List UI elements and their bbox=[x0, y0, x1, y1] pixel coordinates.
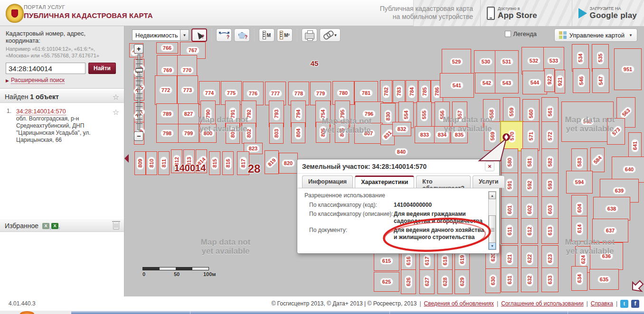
parcel-535[interactable]: 535 bbox=[592, 44, 609, 72]
parcel-784[interactable]: 784 bbox=[406, 80, 418, 103]
parcel-632[interactable]: 632 bbox=[521, 268, 538, 292]
parcel-799[interactable]: 799 bbox=[178, 124, 199, 143]
parcel-810[interactable]: 810 bbox=[146, 151, 157, 175]
parcel-833[interactable]: 833 bbox=[415, 126, 435, 143]
import-excel-icon[interactable]: X↑ bbox=[51, 223, 58, 229]
parcel-529[interactable]: 529 bbox=[442, 49, 471, 75]
twitter-icon[interactable]: t bbox=[620, 300, 628, 308]
parcel-772[interactable]: 772 bbox=[155, 75, 177, 105]
zoom-slider-track[interactable] bbox=[138, 55, 140, 130]
footer-link-2[interactable]: Соглашение об использовании bbox=[501, 300, 584, 307]
parcel-921[interactable]: 921 bbox=[555, 70, 565, 93]
parcel-835[interactable]: 835 bbox=[451, 126, 468, 143]
parcel-840[interactable]: 840 bbox=[394, 148, 408, 156]
parcel-543[interactable]: 543 bbox=[495, 73, 519, 93]
parcel-631[interactable]: 631 bbox=[501, 268, 518, 292]
parcel-612[interactable]: 612 bbox=[521, 218, 538, 244]
parcel-581[interactable]: 581 bbox=[521, 148, 538, 176]
parcel-798[interactable]: 798 bbox=[156, 124, 179, 143]
parcel-814[interactable]: 814 bbox=[196, 149, 207, 173]
search-input[interactable] bbox=[6, 63, 85, 74]
result-cadastral-link[interactable]: 34:28:140014:570 bbox=[16, 108, 66, 115]
parcel-571[interactable]: 571 bbox=[522, 121, 540, 151]
parcel-804[interactable]: 804 bbox=[291, 122, 305, 143]
popup-tab-характеристики[interactable]: Характеристики bbox=[355, 175, 414, 188]
parcel-951[interactable]: 951 bbox=[614, 48, 642, 90]
parcel-615[interactable]: 615 bbox=[374, 251, 399, 271]
parcel-544[interactable]: 544 bbox=[522, 71, 547, 94]
parcel-805[interactable]: 805 bbox=[316, 122, 330, 143]
parcel-572[interactable]: 572 bbox=[541, 121, 559, 151]
parcel-809[interactable]: 809 bbox=[134, 151, 146, 175]
map-canvas[interactable]: 7667677697707727737747757767777787797807… bbox=[124, 26, 644, 296]
parcel-627[interactable]: 627 bbox=[419, 269, 435, 294]
sidebar-collapse-handle[interactable] bbox=[124, 154, 129, 163]
zoom-in-button[interactable]: + bbox=[134, 44, 143, 54]
identify-line-button[interactable]: ? bbox=[216, 28, 232, 42]
parcel-817[interactable]: 817 bbox=[237, 151, 249, 175]
parcel-555[interactable]: 555 bbox=[417, 102, 432, 128]
parcel-630[interactable]: 630 bbox=[485, 268, 501, 293]
parcel-573[interactable]: 573 bbox=[607, 118, 625, 145]
parcel-783[interactable]: 783 bbox=[393, 80, 405, 103]
parcel-638[interactable]: 638 bbox=[593, 197, 630, 221]
parcel-562[interactable]: 562 bbox=[561, 102, 614, 142]
parcel-594[interactable]: 594 bbox=[566, 171, 593, 194]
trash-icon[interactable] bbox=[113, 222, 119, 230]
scroll-track[interactable] bbox=[489, 199, 496, 242]
legend-checkbox[interactable] bbox=[505, 31, 511, 37]
parcel-635[interactable]: 635 bbox=[589, 269, 619, 290]
parcel-613[interactable]: 613 bbox=[541, 218, 559, 244]
parcel-592[interactable]: 592 bbox=[521, 173, 538, 197]
favorite-star-icon[interactable]: ☆ bbox=[113, 108, 119, 144]
parcel-582[interactable]: 582 bbox=[541, 148, 559, 176]
parcel-813[interactable]: 813 bbox=[183, 149, 195, 173]
facebook-icon[interactable]: f bbox=[631, 300, 639, 308]
map-manage-button[interactable]: Управление картой ▼ bbox=[554, 28, 637, 42]
parcel-625[interactable]: 625 bbox=[374, 272, 399, 292]
parcel-819[interactable]: 819 bbox=[265, 150, 279, 174]
parcel-812[interactable]: 812 bbox=[171, 149, 182, 173]
parcel-782[interactable]: 782 bbox=[380, 80, 392, 103]
parcel-785[interactable]: 785 bbox=[418, 80, 431, 103]
scroll-up-icon[interactable]: ▲ bbox=[489, 192, 496, 199]
advanced-search-link[interactable]: Расширенный поиск bbox=[11, 77, 65, 84]
parcel-816[interactable]: 816 bbox=[222, 151, 234, 175]
measure-area-button[interactable]: М² bbox=[277, 28, 293, 42]
parcel-803[interactable]: 803 bbox=[269, 123, 284, 144]
parcel-531[interactable]: 531 bbox=[495, 50, 519, 73]
parcel-633[interactable]: 633 bbox=[541, 268, 559, 292]
parcel-806[interactable]: 806 bbox=[335, 122, 349, 143]
zoom-slider-thumb[interactable] bbox=[135, 68, 143, 72]
parcel-580[interactable]: 580 bbox=[501, 148, 518, 176]
appstore-badge[interactable]: Доступно в App Store bbox=[487, 4, 537, 23]
close-icon[interactable]: × bbox=[485, 162, 494, 171]
scroll-down-icon[interactable]: ▼ bbox=[489, 242, 496, 249]
print-button[interactable] bbox=[302, 28, 317, 42]
parcel-800[interactable]: 800 bbox=[199, 124, 217, 143]
parcel-611[interactable]: 611 bbox=[501, 218, 518, 244]
footer-link-1[interactable]: Сведения об обновлениях bbox=[424, 300, 494, 307]
export-excel-icon[interactable]: X↓ bbox=[42, 223, 49, 229]
scroll-thumb[interactable] bbox=[489, 215, 496, 243]
footer-link-3[interactable]: Справка bbox=[591, 300, 613, 307]
identify-tool-button[interactable]: ? bbox=[191, 28, 207, 42]
popup-tab-кто-обслуживает-[interactable]: Кто обслуживает? bbox=[416, 175, 471, 188]
identify-polygon-button[interactable]: ? bbox=[234, 28, 250, 42]
share-link-button[interactable]: ▼ bbox=[320, 28, 341, 42]
googleplay-badge[interactable]: ЗАГРУЗИТЕ НА Google play bbox=[578, 4, 637, 23]
popup-tab-услуги[interactable]: Услуги bbox=[473, 175, 505, 188]
parcel-832[interactable]: 832 bbox=[392, 122, 411, 136]
parcel-614[interactable]: 614 bbox=[571, 216, 587, 241]
parcel-922[interactable]: 922 bbox=[544, 68, 555, 92]
parcel-628[interactable]: 628 bbox=[437, 269, 453, 294]
parcel-629[interactable]: 629 bbox=[455, 269, 470, 294]
parcel-569[interactable]: 569 bbox=[484, 121, 501, 151]
find-button[interactable]: Найти bbox=[88, 63, 116, 74]
parcel-557[interactable]: 557 bbox=[452, 102, 467, 128]
parcel-766[interactable]: 766 bbox=[156, 42, 178, 54]
favorite-all-star-icon[interactable]: ☆ bbox=[113, 92, 119, 102]
parcel-790[interactable]: 790 bbox=[200, 101, 216, 127]
category-select[interactable]: Недвижимость ▼ bbox=[132, 29, 189, 41]
parcel-530[interactable]: 530 bbox=[474, 50, 498, 73]
